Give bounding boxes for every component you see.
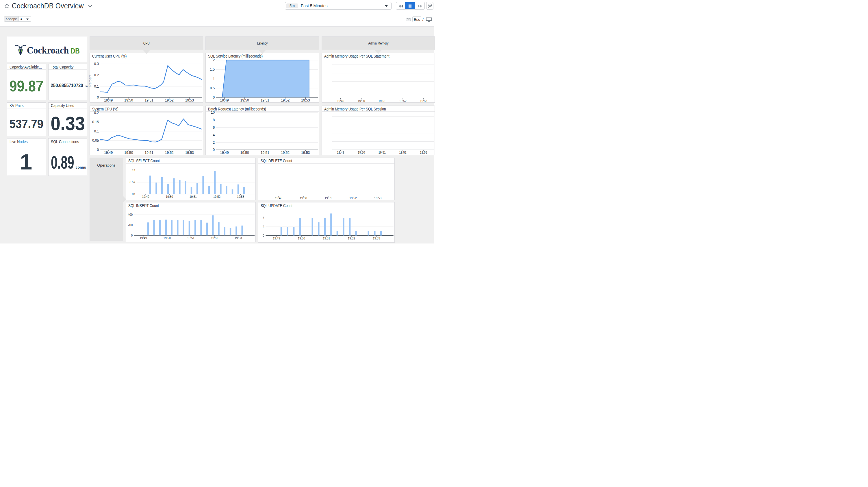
svg-text:19:53: 19:53: [301, 98, 310, 103]
svg-text:19:53: 19:53: [185, 151, 194, 155]
svg-text:99.87: 99.87: [9, 78, 43, 95]
svg-text:1K: 1K: [132, 169, 136, 172]
svg-text:0K: 0K: [132, 193, 136, 196]
svg-text:250.6855710720: 250.6855710720: [51, 83, 83, 88]
svg-text:0.1: 0.1: [94, 129, 99, 133]
svg-text:19:53: 19:53: [301, 151, 310, 155]
svg-text:8: 8: [213, 118, 215, 122]
svg-text:19:53: 19:53: [185, 98, 194, 103]
svg-text:6: 6: [213, 125, 215, 130]
svg-text:19:49: 19:49: [142, 195, 149, 198]
svg-text:GB: GB: [85, 85, 88, 87]
svg-text:200: 200: [128, 224, 133, 227]
svg-text:19:51: 19:51: [378, 99, 385, 103]
svg-text:19:50: 19:50: [240, 151, 249, 155]
svg-text:DB: DB: [70, 47, 80, 55]
svg-text:0.3: 0.3: [94, 62, 99, 66]
svg-text:19:52: 19:52: [350, 197, 357, 200]
svg-text:0.2: 0.2: [94, 73, 99, 77]
svg-text:19:51: 19:51: [325, 197, 332, 200]
svg-text:0.5: 0.5: [210, 86, 215, 90]
svg-text:19:49: 19:49: [275, 197, 282, 200]
svg-text:19:51: 19:51: [260, 98, 269, 103]
svg-text:19:49: 19:49: [273, 237, 280, 240]
svg-text:19:50: 19:50: [166, 195, 173, 198]
svg-text:19:50: 19:50: [358, 151, 365, 154]
svg-text:19:52: 19:52: [165, 151, 174, 155]
svg-text:0: 0: [97, 95, 99, 99]
svg-text:Percent: Percent: [88, 74, 92, 86]
svg-text:1: 1: [20, 149, 32, 174]
svg-text:0: 0: [97, 148, 99, 152]
svg-text:0: 0: [213, 95, 215, 99]
svg-text:19:51: 19:51: [145, 151, 153, 155]
svg-text:2: 2: [213, 141, 215, 145]
svg-text:0.05: 0.05: [92, 139, 99, 143]
svg-text:0: 0: [213, 148, 215, 152]
svg-text:Cockroach: Cockroach: [27, 45, 69, 56]
svg-text:CockroachDB Overview: CockroachDB Overview: [12, 2, 84, 10]
svg-text:19:53: 19:53: [373, 237, 380, 240]
svg-text:2: 2: [262, 225, 265, 228]
svg-text:19:49: 19:49: [337, 151, 344, 154]
svg-text:1.5: 1.5: [210, 67, 215, 71]
svg-text:19:52: 19:52: [165, 98, 174, 103]
svg-text:10: 10: [211, 111, 215, 115]
svg-text:19:50: 19:50: [298, 237, 305, 240]
svg-text:19:49: 19:49: [104, 98, 113, 103]
svg-text:19:49: 19:49: [140, 236, 147, 240]
svg-text:19:53: 19:53: [420, 151, 427, 154]
svg-text:19:51: 19:51: [187, 236, 194, 240]
svg-text:400: 400: [128, 213, 133, 216]
svg-text:19:50: 19:50: [358, 99, 365, 103]
svg-text:19:52: 19:52: [211, 236, 218, 240]
svg-text:19:53: 19:53: [374, 197, 381, 200]
svg-text:conns: conns: [76, 165, 86, 169]
svg-text:19:52: 19:52: [399, 151, 406, 154]
svg-text:0.1: 0.1: [94, 84, 99, 88]
svg-text:19:51: 19:51: [378, 151, 385, 154]
svg-text:19:51: 19:51: [190, 195, 197, 198]
svg-text:0.2: 0.2: [94, 111, 99, 115]
svg-text:19:52: 19:52: [348, 237, 355, 240]
svg-text:19:50: 19:50: [163, 236, 171, 240]
svg-text:19:49: 19:49: [220, 151, 229, 155]
svg-text:19:53: 19:53: [420, 99, 427, 103]
svg-text:0: 0: [131, 234, 133, 237]
svg-text:0.89: 0.89: [51, 152, 74, 172]
svg-text:537.79: 537.79: [9, 117, 43, 131]
svg-text:19:52: 19:52: [281, 151, 289, 155]
svg-text:19:53: 19:53: [237, 195, 244, 198]
svg-text:19:52: 19:52: [281, 98, 289, 103]
svg-text:19:49: 19:49: [220, 98, 229, 103]
svg-text:4: 4: [213, 133, 215, 137]
svg-text:19:50: 19:50: [125, 98, 133, 103]
svg-text:19:49: 19:49: [337, 99, 344, 103]
svg-text:19:51: 19:51: [323, 237, 330, 240]
svg-text:19:50: 19:50: [300, 197, 307, 200]
svg-text:0.15: 0.15: [92, 120, 99, 124]
svg-text:19:50: 19:50: [125, 151, 133, 155]
svg-text:19:52: 19:52: [399, 99, 406, 103]
svg-text:6: 6: [262, 208, 265, 211]
svg-text:19:49: 19:49: [104, 151, 113, 155]
svg-text:19:51: 19:51: [260, 151, 269, 155]
svg-text:1: 1: [213, 77, 215, 81]
svg-text:19:52: 19:52: [213, 195, 220, 198]
svg-text:0.5K: 0.5K: [129, 180, 135, 184]
svg-text:2: 2: [213, 58, 215, 62]
svg-text:0.33: 0.33: [51, 113, 85, 135]
svg-text:19:51: 19:51: [145, 98, 153, 103]
svg-text:0: 0: [262, 234, 265, 237]
svg-text:19:53: 19:53: [235, 236, 242, 240]
svg-text:4: 4: [262, 216, 265, 220]
svg-text:19:50: 19:50: [240, 98, 249, 103]
